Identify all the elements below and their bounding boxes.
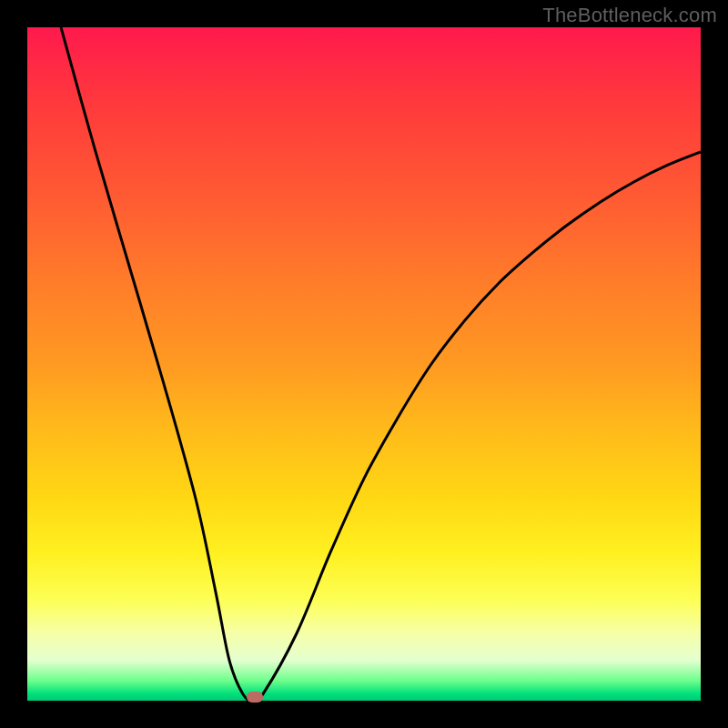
bottleneck-curve xyxy=(61,27,701,701)
watermark-text: TheBottleneck.com xyxy=(542,4,717,27)
plot-area xyxy=(27,27,701,701)
chart-frame: TheBottleneck.com xyxy=(0,0,728,728)
minimum-marker xyxy=(247,692,263,703)
curve-svg xyxy=(27,27,701,701)
